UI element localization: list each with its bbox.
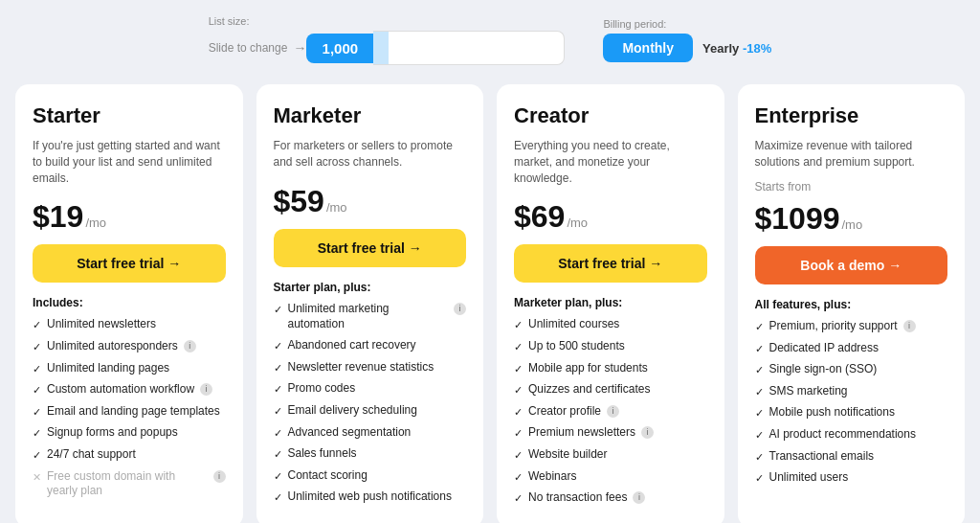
price-amount: $1099 (755, 201, 840, 237)
plan-name-marketer: Marketer (274, 103, 467, 128)
feature-item: ✓ Abandoned cart recovery (274, 338, 467, 353)
check-icon: ✓ (514, 362, 523, 375)
check-icon: ✓ (514, 383, 523, 397)
slide-label: Slide to change → (209, 40, 307, 56)
plan-card-enterprise: Enterprise Maximize revenue with tailore… (738, 84, 966, 523)
check-icon: ✓ (33, 318, 41, 331)
feature-item: ✓ Custom automation workflow i (33, 382, 226, 398)
feature-item: ✓ Mobile push notifications (755, 405, 948, 421)
cta-button-enterprise[interactable]: Book a demo → (755, 246, 948, 284)
plan-desc-enterprise: Maximize revenue with tailored solutions… (755, 138, 948, 171)
info-icon[interactable]: i (454, 303, 466, 315)
check-icon: ✓ (274, 361, 282, 375)
feature-item: ✓ Dedicated IP address (755, 341, 948, 356)
check-icon: ✓ (755, 385, 764, 398)
feature-item: ✓ Up to 500 students (514, 339, 707, 354)
check-icon: ✓ (755, 342, 764, 355)
feature-item: ✓ Unlimited courses (514, 317, 707, 332)
info-icon[interactable]: i (903, 320, 916, 332)
feature-item: ✓ Creator profile i (514, 404, 707, 420)
feature-item: ✓ Unlimited users (755, 470, 948, 486)
plan-name-enterprise: Enterprise (755, 103, 948, 128)
plan-desc-starter: If you're just getting started and want … (33, 138, 226, 186)
check-icon: ✓ (274, 303, 282, 316)
check-icon: ✓ (274, 404, 282, 418)
feature-item: ✓ Unlimited landing pages (33, 361, 226, 376)
check-icon: ✓ (33, 383, 41, 397)
feature-item: ✓ Email delivery scheduling (274, 403, 467, 419)
cta-button-starter[interactable]: Start free trial → (33, 244, 226, 283)
top-controls: List size: Slide to change → 1,000 Billi… (15, 15, 965, 65)
price-amount: $69 (514, 199, 565, 235)
price-amount: $19 (33, 199, 83, 235)
info-icon[interactable]: i (607, 405, 619, 418)
check-icon: ✓ (274, 382, 282, 396)
yearly-discount: -18% (743, 41, 771, 56)
features-label-starter: Includes: (33, 296, 226, 309)
slider-bar[interactable] (373, 31, 565, 65)
feature-item: ✓ Mobile app for students (514, 361, 707, 376)
feature-item-disabled: ✕ Free custom domain with yearly plan i (33, 469, 226, 499)
check-icon: ✓ (33, 448, 41, 462)
billing-buttons: Monthly Yearly -18% (603, 34, 771, 62)
feature-item: ✓ Unlimited newsletters (33, 317, 226, 332)
billing-period-control: Billing period: Monthly Yearly -18% (603, 18, 771, 62)
check-icon: ✓ (274, 490, 282, 504)
check-icon: ✓ (514, 340, 523, 353)
slider-fill (373, 32, 389, 64)
check-icon: ✓ (514, 405, 523, 419)
feature-item: ✓ Premium, priority support i (755, 319, 948, 334)
price-amount: $59 (274, 184, 324, 219)
plan-name-creator: Creator (514, 103, 707, 128)
features-label-enterprise: All features, plus: (755, 298, 948, 311)
check-icon: ✓ (33, 340, 41, 353)
feature-item: ✓ Unlimited marketing automation i (274, 302, 467, 331)
check-icon: ✓ (514, 491, 523, 505)
plan-price-creator: $69 /mo (514, 199, 707, 235)
plan-price-starter: $19 /mo (33, 199, 226, 235)
feature-item: ✓ Single sign-on (SSO) (755, 362, 948, 377)
check-icon: ✓ (33, 426, 41, 440)
slider-value[interactable]: 1,000 (306, 34, 373, 63)
check-icon: ✓ (514, 448, 523, 462)
features-label-marketer: Starter plan, plus: (274, 281, 467, 294)
feature-item: ✓ Sales funnels (274, 446, 467, 462)
feature-item: ✓ SMS marketing (755, 384, 948, 399)
yearly-label: Yearly -18% (702, 41, 771, 56)
info-icon[interactable]: i (633, 491, 645, 504)
monthly-button[interactable]: Monthly (603, 34, 693, 62)
check-icon: ✓ (514, 318, 523, 331)
cta-button-marketer[interactable]: Start free trial → (274, 229, 467, 267)
billing-label: Billing period: (603, 18, 666, 30)
feature-item: ✓ No transaction fees i (514, 490, 707, 506)
check-icon: ✓ (514, 470, 523, 484)
cta-button-creator[interactable]: Start free trial → (514, 244, 707, 283)
check-icon: ✓ (755, 320, 764, 333)
info-icon[interactable]: i (200, 383, 212, 396)
check-icon: ✓ (274, 426, 282, 440)
info-icon[interactable]: i (184, 340, 196, 352)
check-icon: ✓ (755, 406, 764, 420)
check-icon: ✓ (274, 447, 282, 461)
info-icon[interactable]: i (213, 470, 226, 483)
price-period: /mo (85, 216, 106, 230)
feature-item: ✓ Quizzes and certificates (514, 382, 707, 398)
check-icon: ✓ (755, 471, 764, 485)
list-size-control: List size: Slide to change → 1,000 (209, 15, 566, 65)
price-period: /mo (841, 217, 862, 232)
feature-item: ✓ 24/7 chat support (33, 447, 226, 463)
feature-item: ✓ Newsletter revenue statistics (274, 360, 467, 375)
features-section-enterprise: All features, plus: ✓ Premium, priority … (755, 298, 948, 492)
feature-item: ✓ Email and landing page templates (33, 404, 226, 420)
check-icon: ✓ (755, 450, 764, 464)
features-section-starter: Includes: ✓ Unlimited newsletters ✓ Unli… (33, 296, 226, 505)
plan-card-starter: Starter If you're just getting started a… (15, 84, 243, 523)
list-size-label: List size: (209, 15, 250, 27)
check-icon: ✓ (274, 339, 282, 352)
feature-item: ✓ Transactional emails (755, 449, 948, 465)
plan-card-marketer: Marketer For marketers or sellers to pro… (256, 84, 484, 523)
feature-item: ✓ Contact scoring (274, 468, 467, 484)
info-icon[interactable]: i (641, 426, 654, 439)
check-icon: ✓ (33, 405, 41, 419)
features-section-marketer: Starter plan, plus: ✓ Unlimited marketin… (274, 281, 467, 512)
